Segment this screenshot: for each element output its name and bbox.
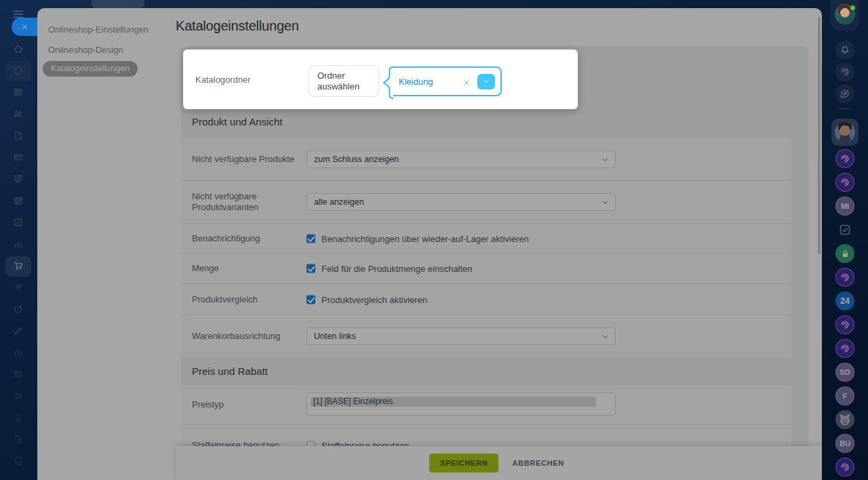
button-label-line1: Ordner [317, 71, 378, 81]
remove-folder-icon[interactable] [462, 77, 471, 85]
field-label: Katalogordner [195, 49, 251, 109]
folder-tag-kleidung[interactable]: Kleidung [399, 77, 462, 87]
ordner-auswaehlen-button[interactable]: Ordner auswählen [309, 65, 379, 97]
user-avatar[interactable] [835, 5, 854, 24]
brace-decoration [382, 66, 393, 99]
selected-folder-box: Kleidung [392, 66, 502, 96]
close-button[interactable] [12, 18, 37, 36]
folder-dropdown-button[interactable] [477, 74, 495, 89]
online-status-dot [850, 5, 855, 10]
katalogordner-spotlight: Katalogordner Ordner auswählen Kleidung [183, 49, 578, 109]
button-label-line2: auswählen [317, 81, 378, 92]
